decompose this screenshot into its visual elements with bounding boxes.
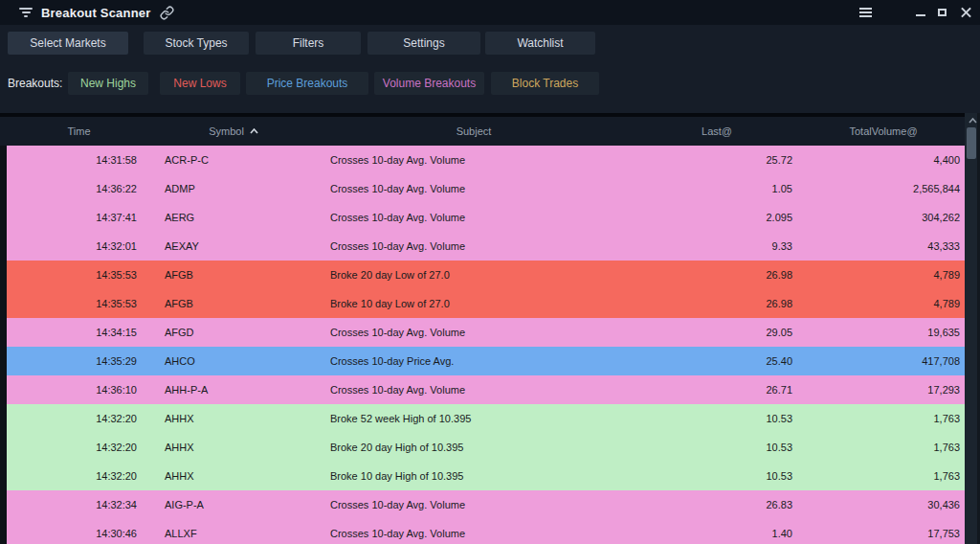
column-header-symbol[interactable]: Symbol [151, 125, 316, 137]
table-row[interactable]: 14:32:20AHHXBroke 52 week High of 10.395… [7, 404, 965, 433]
cell-volume: 4,789 [802, 269, 965, 281]
cell-symbol: AHHX [151, 442, 316, 453]
table-row[interactable]: 14:36:22ADMPCrosses 10-day Avg. Volume1.… [7, 174, 965, 203]
cell-last: 10.53 [632, 442, 802, 453]
cell-time: 14:35:53 [7, 269, 151, 281]
window-controls [855, 0, 980, 25]
filters-button[interactable]: Filters [256, 32, 361, 55]
new-lows-button[interactable]: New Lows [160, 72, 240, 95]
cell-symbol: AIG-P-A [151, 499, 316, 510]
table-row[interactable]: 14:35:53AFGBBroke 10 day Low of 27.026.9… [7, 289, 965, 318]
table-row[interactable]: 14:36:10AHH-P-ACrosses 10-day Avg. Volum… [7, 375, 965, 404]
volume-breakouts-button[interactable]: Volume Breakouts [374, 72, 484, 95]
cell-volume: 17,753 [802, 528, 965, 539]
table-row[interactable]: 14:30:46ALLXFCrosses 10-day Avg. Volume1… [7, 519, 965, 544]
link-icon[interactable] [160, 6, 174, 20]
cell-last: 26.83 [632, 499, 802, 510]
cell-volume: 1,763 [802, 442, 965, 453]
block-trades-button[interactable]: Block Trades [491, 72, 599, 95]
column-header-subject[interactable]: Subject [316, 125, 632, 137]
cell-last: 25.72 [632, 154, 802, 166]
cell-symbol: AFGB [151, 298, 316, 309]
table-row[interactable]: 14:32:20AHHXBroke 10 day High of 10.3951… [7, 462, 965, 490]
table-row[interactable]: 14:32:34AIG-P-ACrosses 10-day Avg. Volum… [7, 490, 965, 519]
cell-last: 10.53 [632, 470, 802, 482]
cell-time: 14:31:58 [7, 154, 151, 166]
menu-icon[interactable] [855, 0, 876, 25]
cell-subject: Crosses 10-day Price Avg. [316, 355, 632, 367]
column-header-time[interactable]: Time [7, 125, 151, 137]
new-highs-button[interactable]: New Highs [68, 72, 148, 95]
cell-symbol: ADMP [151, 183, 316, 194]
cell-subject: Crosses 10-day Avg. Volume [316, 240, 632, 252]
toolbar: Select Markets Stock Types Filters Setti… [8, 32, 595, 55]
cell-volume: 1,763 [802, 413, 965, 424]
cell-time: 14:32:20 [7, 442, 151, 453]
cell-time: 14:35:53 [7, 298, 151, 309]
breakouts-table: Time Symbol Subject Last@ TotalVolume@ 1… [0, 113, 980, 544]
cell-last: 29.05 [632, 327, 802, 338]
maximize-icon[interactable] [931, 0, 952, 25]
cell-last: 10.53 [632, 413, 802, 424]
cell-subject: Crosses 10-day Avg. Volume [316, 327, 632, 338]
settings-button[interactable]: Settings [368, 32, 480, 55]
cell-symbol: ALLXF [151, 528, 316, 539]
table-row[interactable]: 14:35:53AFGBBroke 20 day Low of 27.026.9… [7, 261, 965, 289]
breakouts-label: Breakouts: [8, 77, 65, 90]
minimize-icon[interactable] [910, 0, 931, 25]
cell-symbol: ACR-P-C [151, 154, 316, 166]
column-header-totalvolume[interactable]: TotalVolume@ [802, 125, 965, 137]
cell-symbol: AFGD [151, 327, 316, 338]
table-row[interactable]: 14:31:58ACR-P-CCrosses 10-day Avg. Volum… [7, 146, 965, 174]
select-markets-button[interactable]: Select Markets [8, 32, 128, 55]
cell-symbol: AHH-P-A [151, 384, 316, 396]
cell-volume: 417,708 [802, 355, 965, 367]
cell-subject: Crosses 10-day Avg. Volume [316, 183, 632, 194]
cell-last: 1.05 [632, 183, 802, 194]
table-row[interactable]: 14:35:29AHCOCrosses 10-day Price Avg.25.… [7, 347, 965, 375]
cell-symbol: AHCO [151, 355, 316, 367]
cell-last: 26.98 [632, 298, 802, 309]
cell-time: 14:30:46 [7, 528, 151, 539]
scroll-up-icon[interactable] [965, 115, 980, 126]
stock-types-button[interactable]: Stock Types [144, 32, 249, 55]
cell-subject: Broke 52 week High of 10.395 [316, 413, 632, 424]
cell-volume: 43,333 [802, 240, 965, 252]
cell-volume: 19,635 [802, 327, 965, 338]
cell-subject: Crosses 10-day Avg. Volume [316, 154, 632, 166]
cell-subject: Crosses 10-day Avg. Volume [316, 528, 632, 539]
cell-symbol: AEXAY [151, 240, 316, 252]
cell-last: 2.095 [632, 212, 802, 223]
table-row[interactable]: 14:32:01AEXAYCrosses 10-day Avg. Volume9… [7, 232, 965, 261]
watchlist-button[interactable]: Watchlist [485, 32, 595, 55]
breakouts-filterbar: Breakouts: New Highs New Lows Price Brea… [8, 72, 599, 95]
cell-time: 14:37:41 [7, 212, 151, 223]
column-header-last[interactable]: Last@ [632, 125, 802, 137]
cell-time: 14:34:15 [7, 327, 151, 338]
vertical-scrollbar[interactable] [965, 113, 980, 544]
cell-volume: 4,789 [802, 298, 965, 309]
table-row[interactable]: 14:32:20AHHXBroke 20 day High of 10.3951… [7, 433, 965, 462]
table-row[interactable]: 14:34:15AFGDCrosses 10-day Avg. Volume29… [7, 318, 965, 347]
table-row[interactable]: 14:37:41AERGCrosses 10-day Avg. Volume2.… [7, 203, 965, 232]
cell-subject: Crosses 10-day Avg. Volume [316, 499, 632, 510]
cell-volume: 1,763 [802, 470, 965, 482]
cell-volume: 2,565,844 [802, 183, 965, 194]
cell-last: 26.98 [632, 269, 802, 281]
scrollbar-thumb[interactable] [967, 127, 976, 159]
cell-subject: Broke 20 day Low of 27.0 [316, 269, 632, 281]
table-rows: 14:31:58ACR-P-CCrosses 10-day Avg. Volum… [7, 146, 965, 544]
cell-time: 14:35:29 [7, 355, 151, 367]
cell-time: 14:32:01 [7, 240, 151, 252]
price-breakouts-button[interactable]: Price Breakouts [246, 72, 368, 95]
cell-volume: 17,293 [802, 384, 965, 396]
cell-last: 9.33 [632, 240, 802, 252]
close-icon[interactable] [955, 0, 976, 25]
cell-time: 14:32:20 [7, 470, 151, 482]
cell-time: 14:32:20 [7, 413, 151, 424]
cell-last: 1.40 [632, 528, 802, 539]
cell-subject: Crosses 10-day Avg. Volume [316, 384, 632, 396]
cell-last: 26.71 [632, 384, 802, 396]
cell-time: 14:36:22 [7, 183, 151, 194]
cell-subject: Crosses 10-day Avg. Volume [316, 212, 632, 223]
